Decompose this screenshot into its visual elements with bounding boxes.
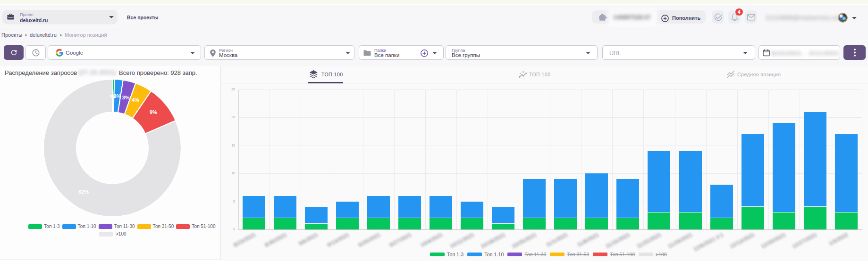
svg-text:82%: 82%	[78, 188, 89, 194]
svg-text:2%: 2%	[114, 93, 121, 98]
svg-text:3%: 3%	[122, 94, 130, 100]
svg-text:4%: 4%	[132, 97, 139, 103]
svg-text:9%: 9%	[150, 109, 157, 115]
